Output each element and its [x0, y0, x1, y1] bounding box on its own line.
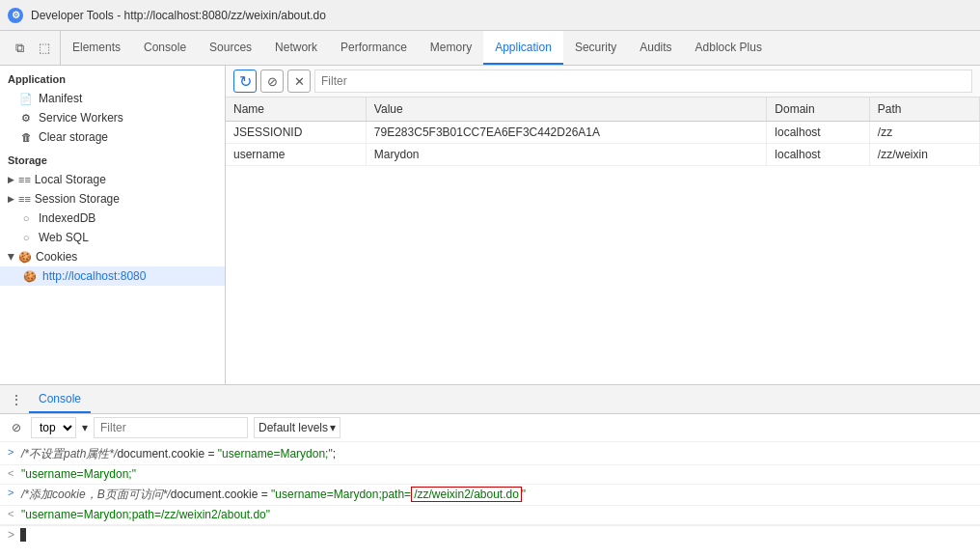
levels-button[interactable]: Default levels ▾: [254, 417, 340, 438]
panel-icon[interactable]: ⬚: [35, 39, 54, 58]
indexeddb-icon: ○: [19, 211, 33, 225]
tab-sources[interactable]: Sources: [198, 31, 263, 65]
tab-console[interactable]: Console: [132, 31, 198, 65]
console-arrow-4: <: [8, 508, 21, 519]
tab-audits[interactable]: Audits: [628, 31, 683, 65]
console-text-1: /*不设置path属性*/document.cookie = "username…: [21, 446, 972, 462]
levels-arrow: ▾: [330, 421, 336, 434]
titlebar-title: Developer Tools - http://localhost:8080/…: [31, 9, 326, 22]
console-output: > /*不设置path属性*/document.cookie = "userna…: [0, 442, 980, 558]
tab-memory[interactable]: Memory: [419, 31, 483, 65]
console-line-4: < "username=Marydon;path=/zz/weixin2/abo…: [0, 506, 980, 525]
tab-application[interactable]: Application: [483, 31, 563, 65]
console-text-3: /*添加cookie，B页面可访问*/document.cookie = "us…: [21, 487, 972, 503]
sidebar-group-session-storage[interactable]: ▶ ≡≡ Session Storage: [0, 189, 225, 209]
local-storage-label: Local Storage: [35, 173, 106, 186]
col-name: Name: [226, 98, 366, 122]
console-filter-input[interactable]: [94, 417, 248, 438]
console-text-4: "username=Marydon;path=/zz/weixin2/about…: [21, 508, 972, 521]
tabbar-icons: ⧉ ⬚: [4, 31, 61, 65]
tab-security[interactable]: Security: [563, 31, 628, 65]
session-storage-label: Session Storage: [35, 192, 120, 206]
tab-adblock[interactable]: Adblock Plus: [684, 31, 774, 65]
manifest-icon: 📄: [19, 92, 33, 105]
block-button[interactable]: ⊘: [260, 70, 284, 93]
console-toolbar: ⊘ top ▾ Default levels ▾: [0, 414, 980, 442]
refresh-button[interactable]: ↻: [233, 70, 257, 93]
cookies-table: Name Value Domain Path JSESSIONID 79E283…: [226, 98, 980, 166]
console-text-2: "username=Marydon;": [21, 467, 972, 481]
cookies-localhost-icon: 🍪: [23, 269, 37, 283]
table-row[interactable]: JSESSIONID 79E283C5F3B01CC7EA6EF3C442D26…: [226, 122, 980, 144]
service-workers-icon: ⚙: [19, 111, 33, 125]
cookies-icon: 🍪: [18, 251, 32, 264]
tab-network[interactable]: Network: [263, 31, 329, 65]
cell-path: /zz: [869, 122, 979, 144]
main-tabbar: ⧉ ⬚ Elements Console Sources Network Per…: [0, 31, 980, 66]
console-cursor: [20, 528, 26, 542]
cell-domain: localhost: [767, 122, 869, 144]
cell-path: /zz/weixin: [869, 144, 979, 166]
console-arrow-3: >: [8, 487, 21, 498]
titlebar: ⚙ Developer Tools - http://localhost:808…: [0, 0, 980, 31]
indexeddb-label: IndexedDB: [39, 211, 95, 225]
console-arrow-1: >: [8, 446, 21, 458]
service-workers-label: Service Workers: [39, 111, 123, 125]
sidebar-section-storage: Storage: [0, 147, 225, 170]
console-tabbar: ⋮ Console: [0, 385, 980, 414]
web-sql-icon: ○: [19, 231, 33, 244]
cell-value: 79E283C5F3B01CC7EA6EF3C442D26A1A: [366, 122, 766, 144]
sidebar-item-manifest[interactable]: 📄 Manifest: [0, 89, 225, 108]
table-row[interactable]: username Marydon localhost /zz/weixin: [226, 144, 980, 166]
console-line-3: > /*添加cookie，B页面可访问*/document.cookie = "…: [0, 485, 980, 506]
console-menu-icon[interactable]: ⋮: [8, 391, 25, 408]
cell-name: username: [226, 144, 366, 166]
session-storage-triangle: ▶: [8, 194, 14, 204]
content-toolbar: ↻ ⊘ ✕: [226, 66, 980, 98]
sidebar-item-cookies-localhost[interactable]: 🍪 http://localhost:8080: [0, 266, 225, 286]
sidebar: Application 📄 Manifest ⚙ Service Workers…: [0, 66, 226, 384]
console-line-1: > /*不设置path属性*/document.cookie = "userna…: [0, 444, 980, 465]
cell-name: JSESSIONID: [226, 122, 366, 144]
session-storage-icon2: ≡≡: [18, 193, 31, 205]
clear-storage-label: Clear storage: [39, 130, 108, 144]
sidebar-group-cookies[interactable]: ▶ 🍪 Cookies: [0, 247, 225, 266]
sidebar-section-application: Application: [0, 66, 225, 89]
web-sql-label: Web SQL: [39, 231, 89, 244]
col-path: Path: [869, 98, 979, 122]
cell-value: Marydon: [366, 144, 766, 166]
col-domain: Domain: [767, 98, 869, 122]
col-value: Value: [366, 98, 766, 122]
content-area: ↻ ⊘ ✕ Name Value Domain Path JSESSIONI: [226, 66, 980, 384]
console-arrow-2: <: [8, 467, 21, 479]
console-clear-icon[interactable]: ⊘: [8, 419, 25, 436]
main-area: Application 📄 Manifest ⚙ Service Workers…: [0, 66, 980, 384]
cookies-label: Cookies: [36, 250, 77, 264]
context-dropdown-icon[interactable]: ▾: [82, 421, 88, 434]
sidebar-item-web-sql[interactable]: ○ Web SQL: [0, 228, 225, 247]
clear-button[interactable]: ✕: [287, 70, 311, 93]
console-prompt: >: [8, 528, 14, 542]
devtools-icon: ⚙: [8, 8, 23, 23]
local-storage-triangle: ▶: [8, 175, 14, 184]
cookies-triangle: ▶: [7, 254, 16, 261]
table-container: Name Value Domain Path JSESSIONID 79E283…: [226, 98, 980, 384]
console-input-line[interactable]: >: [0, 525, 980, 544]
filter-input[interactable]: [314, 70, 972, 93]
sidebar-item-service-workers[interactable]: ⚙ Service Workers: [0, 108, 225, 127]
console-panel: ⋮ Console ⊘ top ▾ Default levels ▾ > /*不…: [0, 384, 980, 558]
console-tab-console[interactable]: Console: [29, 385, 91, 413]
console-line-2: < "username=Marydon;": [0, 465, 980, 485]
tab-performance[interactable]: Performance: [329, 31, 419, 65]
context-select[interactable]: top: [31, 417, 76, 438]
local-storage-icon2: ≡≡: [18, 174, 31, 185]
tab-elements[interactable]: Elements: [61, 31, 132, 65]
sidebar-item-indexeddb[interactable]: ○ IndexedDB: [0, 209, 225, 228]
sidebar-item-clear-storage[interactable]: 🗑 Clear storage: [0, 127, 225, 147]
cookies-localhost-label: http://localhost:8080: [42, 269, 146, 283]
levels-label: Default levels: [259, 421, 328, 434]
manifest-label: Manifest: [39, 92, 82, 105]
clear-storage-icon: 🗑: [19, 130, 33, 144]
sidebar-group-local-storage[interactable]: ▶ ≡≡ Local Storage: [0, 170, 225, 189]
dock-icon[interactable]: ⧉: [10, 39, 29, 58]
